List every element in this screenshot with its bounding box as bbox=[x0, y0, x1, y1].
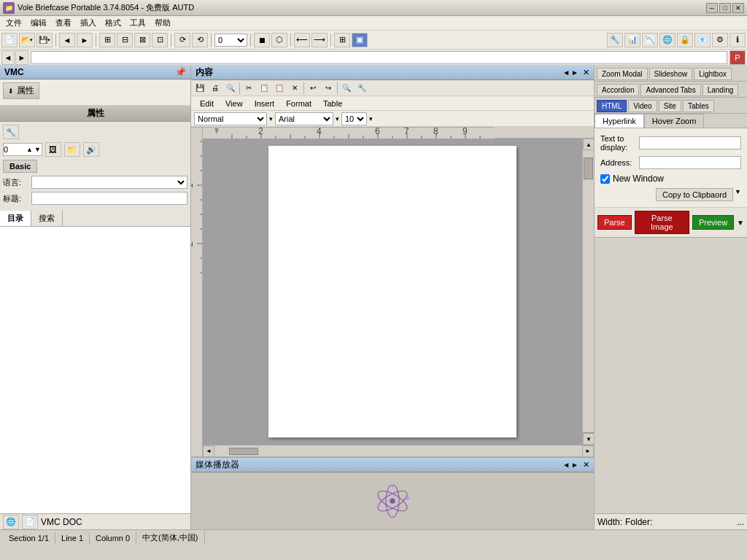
tab-accordion[interactable]: Accordion bbox=[597, 84, 639, 96]
tab-video[interactable]: Video bbox=[628, 100, 657, 112]
editor-canvas[interactable] bbox=[268, 146, 516, 438]
tab-search[interactable]: 搜索 bbox=[31, 211, 63, 226]
tab-site[interactable]: Site bbox=[659, 100, 681, 112]
tab-advanced-tabs[interactable]: Advanced Tabs bbox=[640, 84, 700, 96]
menu-table[interactable]: Table bbox=[317, 98, 348, 109]
preview-btn[interactable]: Preview bbox=[692, 215, 734, 230]
nav-prev[interactable]: ◄ bbox=[562, 69, 570, 77]
tab-lightbox[interactable]: Lightbox bbox=[694, 68, 732, 80]
scroll-down[interactable]: ▼ bbox=[583, 433, 594, 445]
ed-cut[interactable]: ✂ bbox=[241, 82, 256, 95]
content-close[interactable]: ✕ bbox=[583, 68, 589, 77]
copy-arrow[interactable]: ▼ bbox=[735, 188, 741, 201]
scroll-thumb-h[interactable] bbox=[229, 448, 258, 455]
btn[interactable]: ⟲ bbox=[192, 33, 208, 47]
menu-view[interactable]: View bbox=[220, 98, 249, 109]
icon-btn[interactable]: 📊 bbox=[624, 33, 640, 47]
nav-next[interactable]: ► bbox=[571, 69, 578, 77]
ed-delete[interactable]: ✕ bbox=[287, 82, 302, 95]
address-input[interactable] bbox=[639, 156, 741, 169]
btn[interactable]: ⏹ bbox=[254, 33, 270, 47]
btn[interactable]: ⊞ bbox=[99, 33, 115, 47]
icon-btn[interactable]: 🔧 bbox=[607, 33, 623, 47]
save-btn[interactable]: 💾▾ bbox=[36, 33, 53, 47]
nav-forward[interactable]: ► bbox=[15, 50, 28, 65]
media-close[interactable]: ✕ bbox=[583, 460, 589, 470]
tab-hyperlink[interactable]: Hyperlink bbox=[595, 114, 644, 128]
btn[interactable]: ⬡ bbox=[271, 33, 287, 47]
btn[interactable]: ▣ bbox=[352, 33, 368, 47]
ed-print[interactable]: 🖨 bbox=[208, 82, 222, 95]
prop-icon[interactable]: 📁 bbox=[64, 142, 80, 157]
tab-slideshow[interactable]: Slideshow bbox=[649, 68, 693, 80]
ed-search2[interactable]: 🔍 bbox=[339, 82, 354, 95]
btn[interactable]: ⊞ bbox=[334, 33, 350, 47]
new-btn[interactable]: 📄 bbox=[1, 33, 18, 47]
icon-btn[interactable]: 🌐 bbox=[659, 33, 676, 47]
menu-item[interactable]: 查看 bbox=[51, 16, 76, 30]
parse-btn[interactable]: Parse bbox=[597, 215, 632, 230]
btn[interactable]: ⟶ bbox=[311, 33, 328, 47]
ed-save[interactable]: 💾 bbox=[193, 82, 207, 95]
menu-item[interactable]: 格式 bbox=[101, 16, 125, 30]
ppt-btn[interactable]: P bbox=[729, 50, 746, 65]
text-input[interactable] bbox=[639, 136, 741, 149]
copy-clipboard-btn[interactable]: Copy to Clipbaord bbox=[656, 188, 733, 201]
btn[interactable]: ⊟ bbox=[117, 33, 133, 47]
tab-zoom-modal[interactable]: Zoom Modal bbox=[597, 68, 648, 80]
scroll-left[interactable]: ◄ bbox=[203, 446, 214, 457]
editor-wrapper[interactable] bbox=[203, 139, 582, 445]
forward-btn[interactable]: ► bbox=[77, 33, 93, 47]
preview-arrow[interactable]: ▼ bbox=[737, 219, 744, 227]
media-nav-prev[interactable]: ◄ bbox=[562, 461, 570, 469]
menu-item[interactable]: 工具 bbox=[125, 16, 150, 30]
prop-icon[interactable]: 🖼 bbox=[45, 142, 61, 157]
num-up[interactable]: ▲ bbox=[26, 146, 34, 153]
bottom-doc[interactable]: 📄 bbox=[22, 515, 38, 529]
more-btn[interactable]: ... bbox=[737, 517, 744, 527]
scroll-thumb-v[interactable] bbox=[584, 158, 593, 179]
style-select[interactable]: Normal bbox=[194, 112, 267, 125]
back-btn[interactable]: ◄ bbox=[59, 33, 75, 47]
nav-back[interactable]: ◄ bbox=[1, 50, 15, 65]
icon-btn[interactable]: 🔒 bbox=[677, 33, 693, 47]
lang-select[interactable] bbox=[31, 176, 187, 189]
menu-edit[interactable]: Edit bbox=[194, 98, 220, 109]
close-button[interactable]: ✕ bbox=[732, 3, 744, 13]
menu-item[interactable]: 编辑 bbox=[26, 16, 51, 30]
menu-item[interactable]: 帮助 bbox=[150, 16, 175, 30]
media-nav-next[interactable]: ► bbox=[571, 461, 578, 469]
tab-hover-zoom[interactable]: Hover Zoom bbox=[644, 114, 705, 128]
btn[interactable]: ⟳ bbox=[174, 33, 190, 47]
menu-insert[interactable]: Insert bbox=[249, 98, 281, 109]
counter-select[interactable]: 0 bbox=[214, 34, 247, 47]
prop-icon-btn[interactable]: 🔧 bbox=[3, 125, 19, 139]
num-down[interactable]: ▼ bbox=[34, 146, 42, 153]
icon-btn[interactable]: ℹ bbox=[729, 33, 746, 47]
icon-btn[interactable]: ⚙ bbox=[712, 33, 728, 47]
maximize-button[interactable]: □ bbox=[719, 3, 731, 13]
menu-item[interactable]: 文件 bbox=[1, 16, 26, 30]
minimize-button[interactable]: ─ bbox=[706, 3, 718, 13]
ed-copy[interactable]: 📋 bbox=[257, 82, 271, 95]
menu-format[interactable]: Format bbox=[280, 98, 317, 109]
bottom-globe[interactable]: 🌐 bbox=[3, 515, 19, 529]
size-select[interactable]: 10 bbox=[341, 112, 367, 125]
new-window-checkbox[interactable] bbox=[600, 174, 610, 184]
ed-undo[interactable]: ↩ bbox=[306, 82, 320, 95]
scroll-up[interactable]: ▲ bbox=[583, 139, 594, 150]
ed-find[interactable]: 🔍 bbox=[223, 82, 238, 95]
open-btn[interactable]: 📂▾ bbox=[19, 33, 35, 47]
tab-landing[interactable]: Landing bbox=[703, 84, 739, 96]
btn[interactable]: ⟵ bbox=[294, 33, 310, 47]
tab-tables[interactable]: Tables bbox=[683, 100, 714, 112]
bookmark-input[interactable] bbox=[31, 192, 187, 205]
num-input[interactable] bbox=[4, 145, 26, 154]
icon-btn[interactable]: 📉 bbox=[642, 33, 658, 47]
ed-redo[interactable]: ↪ bbox=[321, 82, 336, 95]
btn[interactable]: ⊡ bbox=[152, 33, 168, 47]
basic-tab[interactable]: Basic bbox=[3, 160, 37, 173]
font-select[interactable]: Arial bbox=[275, 112, 333, 125]
tab-html[interactable]: HTML bbox=[597, 100, 627, 112]
parse-image-btn[interactable]: Parse Image bbox=[635, 211, 689, 234]
